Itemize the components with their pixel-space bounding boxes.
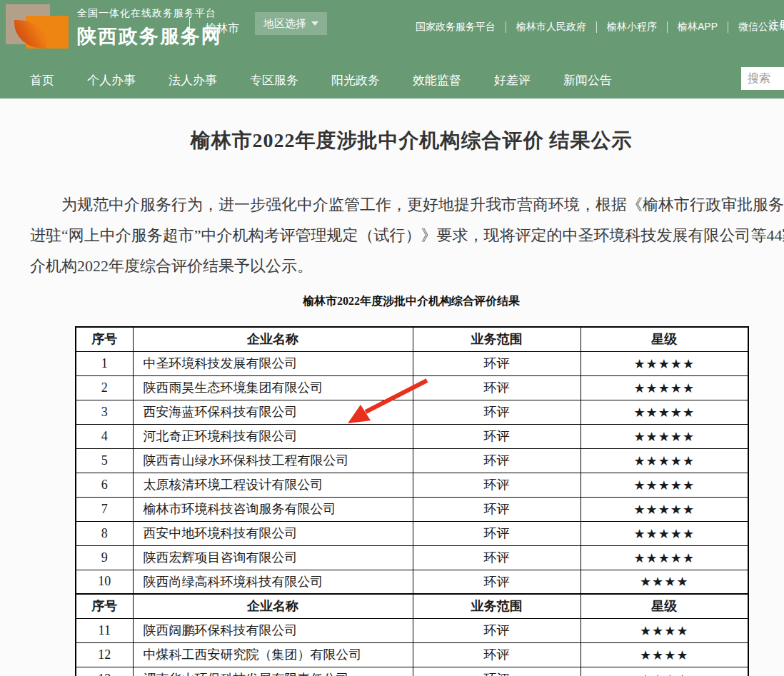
business-scope-cell: 环评: [413, 570, 581, 594]
paragraph-line-2: 进驻“网上中介服务超市”中介机构考评管理规定（试行）》要求，现将评定的中圣环境科…: [30, 220, 784, 251]
paragraph-line-1: 为规范中介服务行为，进一步强化中介监管工作，更好地提升我市营商环境，根据《榆林市…: [30, 189, 784, 220]
column-header-3: 星级: [581, 594, 748, 618]
business-scope-cell: 环评: [413, 351, 581, 375]
company-name-cell: 陕西尚绿高科环境科技有限公司: [133, 570, 413, 594]
business-scope-cell: 环评: [413, 667, 581, 676]
evaluation-table: 序号企业名称业务范围星级1中圣环境科技发展有限公司环评★★★★★2陕西雨昊生态环…: [75, 326, 749, 676]
company-name-cell: 陕西青山绿水环保科技工程有限公司: [133, 448, 413, 473]
company-name-cell: 中圣环境科技发展有限公司: [133, 351, 413, 375]
business-scope-cell: 环评: [413, 642, 581, 667]
announcement-document: 榆林市2022年度涉批中介机构综合评价 结果公示 为规范中介服务行为，进一步强化…: [0, 127, 784, 676]
brand-divider: [189, 17, 190, 46]
row-number-cell: 2: [76, 375, 133, 400]
announcement-paragraph: 为规范中介服务行为，进一步强化中介监管工作，更好地提升我市营商环境，根据《榆林市…: [30, 189, 784, 281]
row-number-cell: 3: [76, 400, 133, 424]
table-row: 7榆林市环境科技咨询服务有限公司环评★★★★★: [76, 497, 748, 521]
table-row: 13渭南华山环保科技发展有限责任公司环评★★★★: [76, 667, 748, 676]
star-rating-cell: ★★★★: [581, 618, 748, 642]
row-number-cell: 6: [76, 473, 133, 497]
table-row: 6太原核清环境工程设计有限公司环评★★★★★: [76, 473, 748, 497]
site-logo: [6, 4, 69, 49]
star-rating-cell: ★★★★★: [581, 497, 748, 521]
row-number-cell: 9: [76, 545, 133, 570]
top-link-1[interactable]: 榆林市人民政府: [506, 19, 596, 36]
current-city-label[interactable]: 榆林市: [205, 21, 239, 36]
table-row: 1中圣环境科技发展有限公司环评★★★★★: [76, 351, 748, 375]
top-links-nav: 国家政务服务平台榆林市人民政府榆林小程序榆林APP微信公众号: [406, 19, 784, 36]
nav-item-1[interactable]: 个人办事: [87, 72, 136, 89]
main-nav: 首页个人办事法人办事专区服务阳光政务效能监督好差评新闻公告: [0, 61, 784, 99]
search-box[interactable]: [741, 67, 784, 90]
row-number-cell: 10: [76, 570, 133, 594]
row-number-cell: 8: [76, 521, 133, 545]
nav-item-2[interactable]: 法人办事: [169, 72, 217, 89]
star-rating-cell: ★★★★: [581, 570, 748, 594]
chevron-down-icon: [311, 21, 318, 26]
star-rating-cell: ★★★★★: [581, 545, 748, 570]
top-link-0[interactable]: 国家政务服务平台: [406, 19, 506, 36]
table-row: 10陕西尚绿高科环境科技有限公司环评★★★★: [76, 570, 748, 594]
row-number-cell: 11: [76, 618, 133, 642]
star-rating-cell: ★★★★★: [581, 424, 748, 448]
nav-item-3[interactable]: 专区服务: [250, 72, 298, 89]
table-row: 5陕西青山绿水环保科技工程有限公司环评★★★★★: [76, 448, 748, 473]
star-rating-cell: ★★★★★: [581, 375, 748, 400]
table-header-row: 序号企业名称业务范围星级: [76, 594, 748, 618]
row-number-cell: 7: [76, 497, 133, 521]
nav-item-6[interactable]: 好差评: [494, 72, 531, 89]
company-name-cell: 陕西宏辉项目咨询有限公司: [133, 545, 413, 570]
star-rating-cell: ★★★★★: [581, 448, 748, 473]
register-link[interactable]: 注册: [768, 19, 784, 32]
search-input[interactable]: [741, 67, 784, 90]
star-rating-cell: ★★★★: [581, 667, 748, 676]
nav-item-5[interactable]: 效能监督: [413, 72, 461, 89]
nav-item-0[interactable]: 首页: [30, 72, 54, 89]
business-scope-cell: 环评: [413, 400, 581, 424]
company-name-cell: 陕西阔鹏环保科技有限公司: [133, 618, 413, 642]
brand-block: 全国一体化在线政务服务平台 陕西政务服务网: [77, 7, 222, 49]
region-selector-label: 地区选择: [263, 17, 306, 31]
star-rating-cell: ★★★★: [581, 642, 748, 667]
site-title: 陕西政务服务网: [77, 24, 222, 49]
column-header-1: 企业名称: [133, 594, 413, 618]
company-name-cell: 西安海蓝环保科技有限公司: [133, 400, 413, 424]
top-link-2[interactable]: 榆林小程序: [597, 19, 667, 36]
table-row: 8西安中地环境科技有限公司环评★★★★★: [76, 521, 748, 545]
company-name-cell: 陕西雨昊生态环境集团有限公司: [133, 375, 413, 400]
table-row: 3西安海蓝环保科技有限公司环评★★★★★: [76, 400, 748, 424]
business-scope-cell: 环评: [413, 545, 581, 570]
row-number-cell: 5: [76, 448, 133, 473]
business-scope-cell: 环评: [413, 375, 581, 400]
column-header-0: 序号: [76, 594, 133, 618]
business-scope-cell: 环评: [413, 497, 581, 521]
star-rating-cell: ★★★★★: [581, 521, 748, 545]
platform-tagline: 全国一体化在线政务服务平台: [77, 7, 222, 20]
region-selector-button[interactable]: 地区选择: [255, 12, 327, 35]
star-rating-cell: ★★★★★: [581, 351, 748, 375]
table-row: 12中煤科工西安研究院（集团）有限公司环评★★★★: [76, 642, 748, 667]
column-header-2: 业务范围: [413, 594, 581, 618]
star-rating-cell: ★★★★★: [581, 400, 748, 424]
table-caption: 榆林市2022年度涉批中介机构综合评价结果: [0, 294, 784, 309]
row-number-cell: 13: [76, 667, 133, 676]
company-name-cell: 西安中地环境科技有限公司: [133, 521, 413, 545]
table-row: 4河北奇正环境科技有限公司环评★★★★★: [76, 424, 748, 448]
column-header-0: 序号: [76, 327, 133, 351]
column-header-1: 企业名称: [133, 327, 413, 351]
row-number-cell: 12: [76, 642, 133, 667]
company-name-cell: 太原核清环境工程设计有限公司: [133, 473, 413, 497]
nav-item-4[interactable]: 阳光政务: [331, 72, 380, 89]
star-rating-cell: ★★★★★: [581, 473, 748, 497]
site-header: 全国一体化在线政务服务平台 陕西政务服务网 榆林市 地区选择 国家政务服务平台榆…: [0, 0, 784, 99]
nav-item-7[interactable]: 新闻公告: [563, 72, 612, 89]
business-scope-cell: 环评: [413, 521, 581, 545]
row-number-cell: 1: [76, 351, 133, 375]
table-row: 9陕西宏辉项目咨询有限公司环评★★★★★: [76, 545, 748, 570]
business-scope-cell: 环评: [413, 424, 581, 448]
header-top-row: 全国一体化在线政务服务平台 陕西政务服务网 榆林市 地区选择 国家政务服务平台榆…: [0, 0, 784, 61]
top-link-3[interactable]: 榆林APP: [668, 19, 728, 36]
business-scope-cell: 环评: [413, 618, 581, 642]
table-header-row: 序号企业名称业务范围星级: [76, 327, 748, 351]
table-row: 2陕西雨昊生态环境集团有限公司环评★★★★★: [76, 375, 748, 400]
paragraph-line-3: 介机构2022年度综合评价结果予以公示。: [30, 251, 784, 281]
